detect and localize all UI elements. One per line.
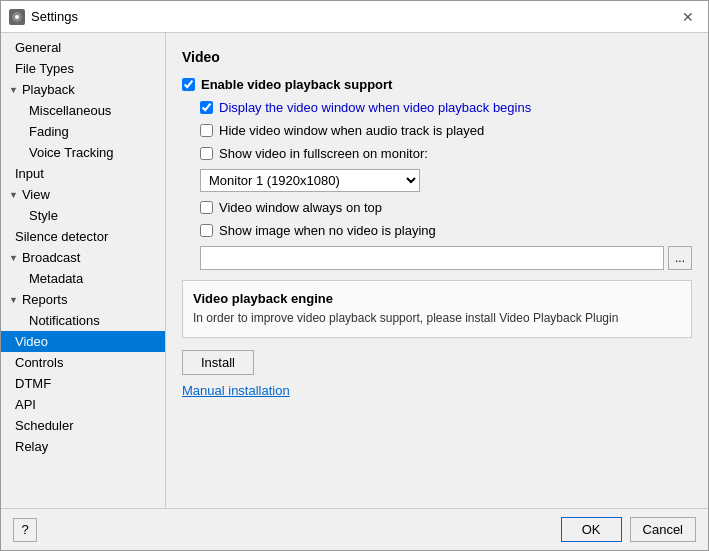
sidebar-group-broadcast[interactable]: ▼ Broadcast (1, 247, 165, 268)
sidebar-item-file-types[interactable]: File Types (1, 58, 165, 79)
sidebar-item-metadata[interactable]: Metadata (1, 268, 165, 289)
show-fullscreen-label[interactable]: Show video in fullscreen on monitor: (219, 146, 428, 161)
info-box-title: Video playback engine (193, 291, 681, 306)
enable-video-row: Enable video playback support (182, 77, 692, 92)
footer-right: OK Cancel (561, 517, 696, 542)
sidebar-group-reports[interactable]: ▼ Reports (1, 289, 165, 310)
sidebar-group-playback-label: Playback (22, 82, 75, 97)
sidebar-item-miscellaneous[interactable]: Miscellaneous (1, 100, 165, 121)
sidebar-group-view-label: View (22, 187, 50, 202)
window-title: Settings (31, 9, 78, 24)
always-on-top-row: Video window always on top (200, 200, 692, 215)
cancel-button[interactable]: Cancel (630, 517, 696, 542)
sidebar-item-scheduler[interactable]: Scheduler (1, 415, 165, 436)
install-button[interactable]: Install (182, 350, 254, 375)
show-fullscreen-checkbox[interactable] (200, 147, 213, 160)
image-path-input[interactable] (200, 246, 664, 270)
show-image-label[interactable]: Show image when no video is playing (219, 223, 436, 238)
ok-button[interactable]: OK (561, 517, 622, 542)
enable-video-label[interactable]: Enable video playback support (201, 77, 392, 92)
sidebar-group-view[interactable]: ▼ View (1, 184, 165, 205)
manual-installation-link[interactable]: Manual installation (182, 383, 290, 398)
hide-window-checkbox[interactable] (200, 124, 213, 137)
sidebar-group-playback[interactable]: ▼ Playback (1, 79, 165, 100)
sidebar-item-dtmf[interactable]: DTMF (1, 373, 165, 394)
settings-window: Settings ✕ General File Types ▼ Playback… (0, 0, 709, 551)
show-image-row: Show image when no video is playing (200, 223, 692, 238)
info-box-text: In order to improve video playback suppo… (193, 310, 681, 327)
arrow-icon-view: ▼ (9, 190, 18, 200)
display-window-label[interactable]: Display the video window when video play… (219, 100, 531, 115)
always-on-top-label[interactable]: Video window always on top (219, 200, 382, 215)
app-icon (9, 9, 25, 25)
arrow-icon: ▼ (9, 85, 18, 95)
sidebar-item-voice-tracking[interactable]: Voice Tracking (1, 142, 165, 163)
monitor-select-row: Monitor 1 (1920x1080) Monitor 2 (200, 169, 692, 192)
sidebar-group-reports-label: Reports (22, 292, 68, 307)
help-button[interactable]: ? (13, 518, 37, 542)
display-window-row: Display the video window when video play… (200, 100, 692, 115)
info-box: Video playback engine In order to improv… (182, 280, 692, 338)
display-window-checkbox[interactable] (200, 101, 213, 114)
arrow-icon-reports: ▼ (9, 295, 18, 305)
main-content: General File Types ▼ Playback Miscellane… (1, 33, 708, 508)
sidebar: General File Types ▼ Playback Miscellane… (1, 33, 166, 508)
section-title: Video (182, 49, 692, 65)
title-bar-left: Settings (9, 9, 78, 25)
sidebar-item-style[interactable]: Style (1, 205, 165, 226)
title-bar: Settings ✕ (1, 1, 708, 33)
browse-button[interactable]: ... (668, 246, 692, 270)
sidebar-item-fading[interactable]: Fading (1, 121, 165, 142)
sidebar-group-broadcast-label: Broadcast (22, 250, 81, 265)
footer: ? OK Cancel (1, 508, 708, 550)
main-panel: Video Enable video playback support Disp… (166, 33, 708, 508)
footer-left: ? (13, 518, 37, 542)
show-image-checkbox[interactable] (200, 224, 213, 237)
hide-window-row: Hide video window when audio track is pl… (200, 123, 692, 138)
monitor-select[interactable]: Monitor 1 (1920x1080) Monitor 2 (200, 169, 420, 192)
arrow-icon-broadcast: ▼ (9, 253, 18, 263)
sidebar-item-controls[interactable]: Controls (1, 352, 165, 373)
close-button[interactable]: ✕ (676, 5, 700, 29)
sidebar-item-video[interactable]: Video (1, 331, 165, 352)
svg-point-1 (15, 15, 19, 19)
sidebar-item-api[interactable]: API (1, 394, 165, 415)
always-on-top-checkbox[interactable] (200, 201, 213, 214)
sidebar-item-input[interactable]: Input (1, 163, 165, 184)
sidebar-item-relay[interactable]: Relay (1, 436, 165, 457)
sidebar-item-notifications[interactable]: Notifications (1, 310, 165, 331)
sidebar-item-silence-detector[interactable]: Silence detector (1, 226, 165, 247)
show-fullscreen-row: Show video in fullscreen on monitor: (200, 146, 692, 161)
hide-window-label[interactable]: Hide video window when audio track is pl… (219, 123, 484, 138)
enable-video-checkbox[interactable] (182, 78, 195, 91)
image-path-row: ... (200, 246, 692, 270)
sidebar-item-general[interactable]: General (1, 37, 165, 58)
